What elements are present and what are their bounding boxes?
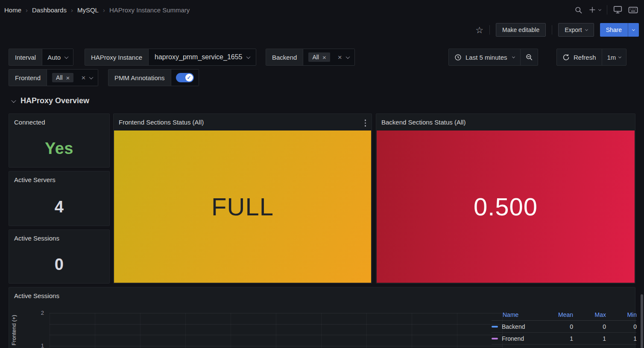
chevron-down-icon [64,55,69,59]
add-menu-button[interactable] [588,6,601,14]
chevron-down-icon [345,55,350,59]
frontend-sections-status-panel: Frontend Sections Status (All) FULL [113,113,372,284]
star-favorite-icon[interactable]: ☆ [475,26,483,35]
legend-col-max[interactable]: Max [573,311,606,318]
breadcrumb-separator: › [71,6,73,14]
frontend-label: Frontend [9,70,47,86]
pmm-annotations-label: PMM Annotations [108,70,171,86]
panel-title[interactable]: Active Servers [9,171,109,188]
backend-chip-label: All [312,54,319,61]
haproxy-instance-label: HAProxy Instance [85,49,149,65]
active-servers-value: 4 [9,198,109,216]
scrollbar-thumb[interactable] [641,294,643,348]
plus-icon [588,6,596,14]
series-color-swatch [492,338,498,339]
panel-menu-icon[interactable] [363,118,368,128]
chevron-down-icon [246,55,250,59]
clear-all-icon[interactable]: × [338,54,342,61]
breadcrumb-home[interactable]: Home [4,6,21,14]
monitor-icon[interactable] [613,6,622,14]
y-axis-tick: 2 [31,310,44,316]
frontend-select[interactable]: All × × [47,70,98,86]
divider [552,25,552,35]
time-range-label: Last 5 minutes [465,54,507,61]
legend-mean-value: 0 [539,323,573,330]
y-axis-tick: 1 [31,342,44,348]
legend-max-value: 0 [573,323,606,330]
dashboard-action-toolbar: ☆ Make editable Export Share [0,20,644,40]
divider [489,25,490,35]
frontend-control: Frontend All × × [9,69,98,86]
clock-icon [454,54,462,61]
section-haproxy-overview[interactable]: HAProxy Overview [12,96,89,105]
legend-series-name[interactable]: Fronend [502,335,524,342]
backend-sections-status-panel: Backend Sections Status (All) 0.500 [376,113,635,284]
share-button-group: Share [600,23,639,37]
share-button[interactable]: Share [600,23,628,37]
legend-table: Name Mean Max Min Backend 0 0 0 Fronend … [492,309,637,345]
legend-col-min[interactable]: Min [606,311,637,318]
time-range-picker[interactable]: Last 5 minutes [449,49,520,65]
share-dropdown-button[interactable] [628,23,639,37]
panel-title[interactable]: Active Sessions [9,230,109,246]
connected-panel: Connected Yes [9,113,110,168]
refresh-icon [562,54,570,61]
legend-col-name[interactable]: Name [492,311,539,318]
backend-selected-chip[interactable]: All × [308,52,330,62]
chart-plot-area[interactable] [50,313,503,348]
interval-control: Interval Auto [9,49,73,66]
interval-select[interactable]: Auto [42,49,73,65]
breadcrumb: Home › Dashboards › MySQL › HAProxy Inst… [4,6,190,14]
series-color-swatch [492,326,498,328]
backend-status-value: 0.500 [474,192,538,221]
refresh-group: Refresh 1m [556,49,626,66]
legend-header-row: Name Mean Max Min [492,309,637,321]
frontend-status-value: FULL [211,192,274,221]
pmm-annotations-toggle[interactable]: ✓ [176,73,194,82]
make-editable-button[interactable]: Make editable [496,23,546,37]
frontend-selected-chip[interactable]: All × [52,73,73,82]
panel-title[interactable]: Active Sessions [9,287,635,304]
export-button-label: Export [565,26,582,33]
breadcrumb-dashboards[interactable]: Dashboards [32,6,67,14]
panel-title[interactable]: Connected [9,114,109,130]
panel-title[interactable]: Backend Sections Status (All) [376,114,635,130]
legend-col-mean[interactable]: Mean [539,311,573,318]
section-title: HAProxy Overview [20,96,89,105]
haproxy-instance-select[interactable]: haproxy_pmm_service_1655 [149,49,255,65]
active-sessions-chart-panel: Active Sessions Frontend (+) 2 1 Name Me… [9,287,635,348]
chevron-down-icon [585,28,588,31]
haproxy-instance-value: haproxy_pmm_service_1655 [155,53,242,61]
chevron-down-icon [632,28,635,31]
panel-title[interactable]: Frontend Sections Status (All) [114,114,372,130]
refresh-button[interactable]: Refresh [557,49,602,65]
keyboard-icon[interactable] [628,6,638,14]
search-icon[interactable] [574,6,583,14]
divider [607,5,607,14]
zoom-out-button[interactable] [521,49,538,65]
backend-status-body: 0.500 [377,130,635,283]
backend-select[interactable]: All × × [303,49,354,65]
export-button[interactable]: Export [558,23,594,37]
y-axis-label: Frontend (+) [11,311,18,348]
remove-value-icon[interactable]: × [322,54,326,61]
backend-control: Backend All × × [266,49,355,66]
zoom-out-icon [525,53,533,61]
legend-min-value: 1 [606,335,637,342]
haproxy-instance-control: HAProxy Instance haproxy_pmm_service_165… [85,49,256,66]
connected-value: Yes [9,139,109,158]
breadcrumb-bar: Home › Dashboards › MySQL › HAProxy Inst… [0,0,644,20]
refresh-interval-select[interactable]: 1m [602,49,626,65]
remove-value-icon[interactable]: × [66,75,70,81]
breadcrumb-mysql[interactable]: MySQL [77,6,99,14]
refresh-interval-value: 1m [607,54,616,61]
clear-all-icon[interactable]: × [81,74,85,81]
chevron-down-icon [598,8,601,11]
legend-series-name[interactable]: Backend [502,323,525,330]
legend-row-fronend: Fronend 1 1 1 [492,333,637,345]
check-icon: ✓ [185,74,193,81]
time-picker-group: Last 5 minutes [448,49,538,66]
legend-max-value: 1 [573,335,606,342]
interval-value: Auto [47,54,61,61]
active-sessions-stat-panel: Active Sessions 0 [9,229,110,284]
